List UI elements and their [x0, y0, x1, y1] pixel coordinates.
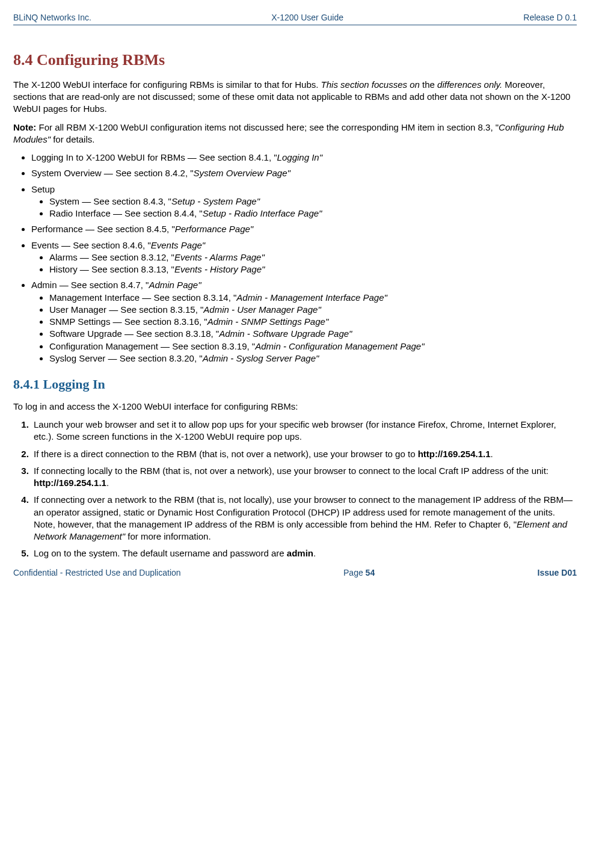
section-list: Logging In to X-1200 WebUI for RBMs — Se…: [13, 152, 577, 365]
list-item: Setup System — See section 8.4.3, "Setup…: [31, 183, 577, 220]
step-2: If there is a direct connection to the R…: [31, 448, 577, 460]
list-item: Events — See section 8.4.6, "Events Page…: [31, 239, 577, 276]
login-intro: To log in and access the X-1200 WebUI in…: [13, 401, 577, 413]
list-item: SNMP Settings — See section 8.3.16, "Adm…: [49, 316, 577, 328]
heading-8-4: 8.4 Configuring RBMs: [13, 49, 577, 70]
step-1: Launch your web browser and set it to al…: [31, 419, 577, 443]
step-3: If connecting locally to the RBM (that i…: [31, 465, 577, 490]
list-item: System Overview — See section 8.4.2, "Sy…: [31, 167, 577, 179]
list-item: Management Interface — See section 8.3.1…: [49, 292, 577, 304]
list-item: Alarms — See section 8.3.12, "Events - A…: [49, 251, 577, 263]
footer-center: Page 54: [343, 567, 375, 579]
footer-left: Confidential - Restricted Use and Duplic…: [13, 567, 181, 579]
step-4: If connecting over a network to the RBM …: [31, 494, 577, 543]
step-5: Log on to the system. The default userna…: [31, 547, 577, 559]
list-item: Radio Interface — See section 8.4.4, "Se…: [49, 208, 577, 220]
list-item: History — See section 8.3.13, "Events - …: [49, 263, 577, 275]
intro-paragraph-1: The X-1200 WebUI interface for configuri…: [13, 79, 577, 115]
footer-right: Issue D01: [538, 567, 577, 579]
list-item: User Manager — See section 8.3.15, "Admi…: [49, 304, 577, 316]
page-header: BLiNQ Networks Inc. X-1200 User Guide Re…: [13, 12, 577, 25]
header-left: BLiNQ Networks Inc.: [13, 12, 91, 23]
header-center: X-1200 User Guide: [271, 12, 343, 23]
list-item: Software Upgrade — See section 8.3.18, "…: [49, 328, 577, 340]
login-steps: Launch your web browser and set it to al…: [13, 419, 577, 560]
list-item: Admin — See section 8.4.7, "Admin Page" …: [31, 279, 577, 365]
list-item: Syslog Server — See section 8.3.20, "Adm…: [49, 352, 577, 365]
list-item: System — See section 8.4.3, "Setup - Sys…: [49, 195, 577, 208]
header-right: Release D 0.1: [523, 12, 577, 23]
list-item: Performance — See section 8.4.5, "Perfor…: [31, 223, 577, 235]
list-item: Configuration Management — See section 8…: [49, 340, 577, 352]
page-footer: Confidential - Restricted Use and Duplic…: [13, 567, 577, 579]
heading-8-4-1: 8.4.1 Logging In: [13, 375, 577, 393]
list-item: Logging In to X-1200 WebUI for RBMs — Se…: [31, 152, 577, 164]
note-paragraph: Note: For all RBM X-1200 WebUI configura…: [13, 122, 577, 146]
